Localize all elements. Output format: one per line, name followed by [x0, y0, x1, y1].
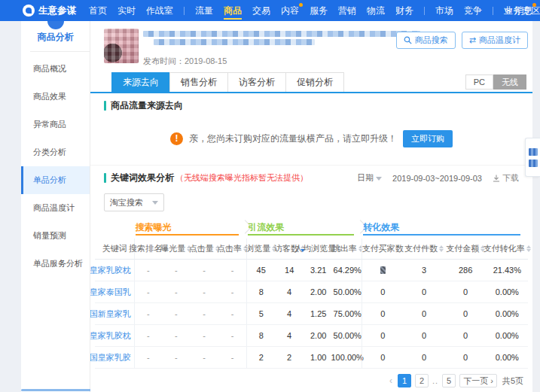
sidebar-item-异常商品[interactable]: 异常商品 [21, 111, 90, 138]
sidebar-item-商品温度计[interactable]: 商品温度计 [21, 194, 90, 222]
empty-value: - [147, 287, 150, 296]
topbar-item-实时[interactable]: 实时 [114, 0, 139, 21]
page-button-2[interactable]: 2 [415, 374, 429, 387]
topbar-item-市场[interactable]: 市场 [432, 0, 457, 21]
column-header-支付买家数: 支付买家数 [362, 239, 403, 260]
keyword-link[interactable]: 泰国皇家乳胶 [95, 347, 134, 368]
table-row: 新皇家泰国乳----842.0050.00%0000.00% [95, 281, 528, 303]
table-cell: 0.00% [487, 281, 528, 302]
table-cell: - [134, 347, 162, 368]
keyword-link[interactable]: 皇家乳胶枕 [95, 325, 134, 346]
next-page-button[interactable]: 下一页 › [459, 374, 497, 387]
product-search-button[interactable]: 商品搜索 [396, 32, 456, 49]
keyword-link[interactable]: 新皇家泰国乳 [95, 281, 134, 302]
topbar-item-首页[interactable]: 首页 [85, 0, 111, 21]
topbar-item-流量[interactable]: 流量 [191, 0, 217, 21]
column-header-搜索排名[interactable]: 搜索排名 [134, 239, 162, 260]
messages-label: 消息 [514, 5, 532, 16]
topbar-item-物流[interactable]: 物流 [363, 0, 389, 21]
product-search-label: 商品搜索 [415, 35, 448, 46]
tab-促销分析[interactable]: 促销分析 [285, 72, 344, 92]
nav-divider [184, 7, 185, 15]
tab-访客分析[interactable]: 访客分析 [227, 72, 286, 92]
sidebar-item-分类分析[interactable]: 分类分析 [21, 138, 90, 166]
table-cell: 0 [362, 325, 403, 346]
prev-page-button[interactable]: ‹ [388, 375, 394, 386]
table-cell: 14 [275, 260, 304, 281]
empty-value: - [203, 353, 206, 362]
column-header-label: 支付件数 [404, 243, 438, 254]
flow-section-header: 商品流量来源去向 [104, 99, 519, 112]
page-total: 共5页 [502, 375, 523, 387]
table-cell: 4 [275, 303, 304, 324]
topbar: 生意参谋 首页实时作战室流量商品交易内容服务营销物流财务市场竞争业务专区取数学院… [0, 0, 540, 21]
tab-来源去向[interactable]: 来源去向 [111, 72, 170, 92]
table-cell: 2 [275, 347, 304, 368]
download-label: 下载 [502, 172, 519, 184]
empty-value: - [231, 266, 234, 275]
order-now-button[interactable]: 立即订购 [403, 130, 453, 147]
column-header-支付件数[interactable]: 支付件数 [403, 239, 444, 260]
page-button-5[interactable]: 5 [442, 374, 456, 387]
column-header-label: 曝光量 [160, 243, 185, 254]
topbar-item-服务[interactable]: 服务 [306, 0, 331, 21]
toggle-pc[interactable]: PC [465, 74, 493, 90]
column-header-人均浏览量[interactable]: 人均浏览量 [304, 239, 333, 260]
floating-side-widget[interactable] [525, 138, 540, 177]
table-cell: - [134, 325, 162, 346]
sidebar-item-单品分析[interactable]: 单品分析 [21, 166, 90, 194]
section-marker [104, 101, 106, 111]
group-label: 引流效果 [248, 221, 284, 234]
table-cell: - [191, 260, 218, 281]
empty-value: - [231, 331, 234, 340]
page-button-1[interactable]: 1 [398, 374, 411, 387]
column-header-点击量[interactable]: 点击量 [191, 239, 218, 260]
group-label: 搜索曝光 [136, 221, 172, 234]
product-thermometer-button[interactable]: ⇄ 商品温度计 [462, 32, 528, 49]
topbar-item-内容[interactable]: 内容 [277, 0, 303, 21]
column-header-浏览量[interactable]: 浏览量 [246, 239, 275, 260]
keyword-link[interactable]: 泰国新皇家乳 [95, 303, 134, 324]
product-title-area: 发布时间：2019-08-15 [139, 27, 396, 68]
sidebar-item-单品服务分析[interactable]: 单品服务分析 [21, 250, 90, 278]
date-dropdown[interactable]: 日期 [357, 172, 382, 184]
table-cell: 286 [445, 260, 487, 281]
table-cell: - [134, 303, 162, 324]
column-header-点击率[interactable]: 点击率 [218, 239, 246, 260]
sort-desc-icon [439, 249, 444, 252]
table-cell: 8 [246, 281, 275, 302]
column-header-支付转化率[interactable]: 支付转化率 [487, 239, 528, 260]
product-thermometer-label: 商品温度计 [479, 35, 520, 46]
widget-glyph-icon [529, 148, 538, 156]
table-row: 泰国皇家乳胶----221.00100.00%0000.00% [95, 347, 528, 369]
tab-销售分析[interactable]: 销售分析 [169, 72, 228, 92]
download-link[interactable]: 下载 [493, 172, 519, 184]
sidebar-item-商品效果[interactable]: 商品效果 [21, 83, 90, 111]
column-header-label: 跳出率 [332, 243, 357, 254]
topbar-item-作战室[interactable]: 作战室 [142, 0, 177, 21]
keyword-link[interactable]: 新皇家乳胶枕 [95, 260, 134, 281]
empty-value: - [203, 287, 206, 296]
channel-filter-dropdown[interactable]: 淘宝搜索 [104, 193, 164, 211]
toggle-wireless[interactable]: 无线 [493, 74, 526, 90]
topbar-item-交易[interactable]: 交易 [249, 0, 274, 21]
sort-icon [439, 245, 444, 252]
topbar-nav: 首页实时作战室流量商品交易内容服务营销物流财务市场竞争业务专区取数学院 [84, 0, 501, 21]
column-header-跳出率[interactable]: 跳出率 [333, 239, 362, 260]
empty-value: - [175, 287, 178, 296]
column-header-支付金额[interactable]: 支付金额 [445, 239, 487, 260]
topbar-item-营销[interactable]: 营销 [334, 0, 360, 21]
sidebar-item-商品概况[interactable]: 商品概况 [21, 55, 90, 83]
column-header-曝光量[interactable]: 曝光量 [162, 239, 190, 260]
topbar-item-竞争[interactable]: 竞争 [460, 0, 486, 21]
table-cell: 45 [246, 260, 275, 281]
sidebar-item-销量预测[interactable]: 销量预测 [21, 222, 90, 250]
messages-link[interactable]: ✉消息 [505, 5, 532, 17]
table-cell: - [218, 347, 246, 368]
table-cell: 50.00% [333, 281, 362, 302]
nav-divider [493, 7, 493, 15]
topbar-item-财务[interactable]: 财务 [392, 0, 417, 21]
date-range[interactable]: 2019-09-03~2019-09-03 [392, 174, 482, 183]
sidebar-divider [30, 51, 90, 52]
topbar-item-商品[interactable]: 商品 [220, 0, 246, 21]
